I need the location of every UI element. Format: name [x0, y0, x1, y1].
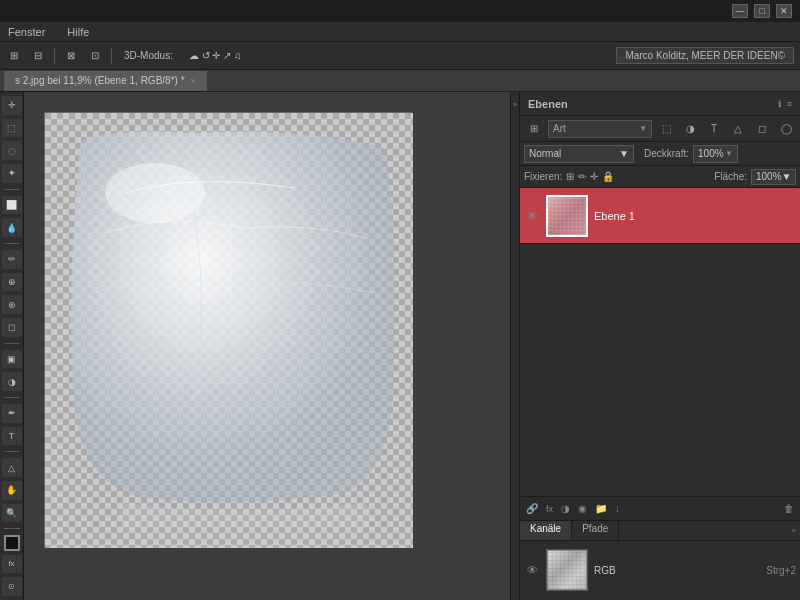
- search-text: Art: [553, 123, 566, 134]
- fill-value-text: 100%: [756, 171, 782, 182]
- mask-icon[interactable]: ◑: [561, 503, 570, 514]
- maximize-button[interactable]: □: [754, 4, 770, 18]
- title-bar: — □ ✕: [0, 0, 800, 22]
- tool-separator-1: [4, 189, 20, 190]
- left-toolbar: ✛ ⬚ ◌ ✦ ⬜ 💧 ✏ ⊕ ⊛ ◻ ▣ ◑ ✒ T △ ✋ 🔍 fx ⊙: [0, 92, 24, 600]
- fix-brush-icon[interactable]: ✏: [578, 171, 586, 182]
- panel-toolbar: ⊞ Art ▼ ⬚ ◑ T △ ◻ ◯: [520, 116, 800, 142]
- 3d-mode-label: 3D-Modus:: [120, 48, 177, 63]
- link-icon[interactable]: 🔗: [526, 503, 538, 514]
- filter-type-btn[interactable]: ⊞: [524, 119, 544, 139]
- filter-text-btn[interactable]: T: [704, 119, 724, 139]
- channel-thumbnail: [546, 549, 588, 591]
- text-tool[interactable]: T: [2, 427, 22, 446]
- opacity-input[interactable]: 100% ▼: [693, 145, 738, 163]
- sub-panel-expand[interactable]: »: [792, 526, 796, 535]
- menu-bar: Fenster Hilfe: [0, 22, 800, 42]
- tool-option-4: ⊡: [87, 48, 103, 63]
- history-tool[interactable]: ⊛: [2, 295, 22, 314]
- layer-search[interactable]: Art ▼: [548, 120, 652, 138]
- delete-layer-icon[interactable]: 🗑: [784, 503, 794, 514]
- magic-tool[interactable]: ✦: [2, 164, 22, 183]
- select-tool[interactable]: ⬚: [2, 119, 22, 138]
- close-button[interactable]: ✕: [776, 4, 792, 18]
- move-tool[interactable]: ✛: [2, 96, 22, 115]
- filter-smart-btn[interactable]: ◻: [752, 119, 772, 139]
- crop-tool[interactable]: ⬜: [2, 196, 22, 215]
- fx-tool[interactable]: fx: [2, 555, 22, 574]
- separator-2: [111, 48, 112, 64]
- layer-row-1[interactable]: 👁 Ebene 1: [520, 188, 800, 244]
- adjustment-icon[interactable]: ◉: [578, 503, 587, 514]
- tool-separator-2: [4, 243, 20, 244]
- hand-tool[interactable]: ✋: [2, 481, 22, 500]
- foreground-color[interactable]: [4, 535, 20, 550]
- tool-separator-3: [4, 343, 20, 344]
- separator-1: [54, 48, 55, 64]
- filter-shape-btn[interactable]: △: [728, 119, 748, 139]
- options-bar: ⊞ ⊟ ⊠ ⊡ 3D-Modus: ☁ ↺ ✛ ↗ ♫ Marco Koldit…: [0, 42, 800, 70]
- zoom-tool[interactable]: 🔍: [2, 504, 22, 523]
- brush-tool[interactable]: ✏: [2, 250, 22, 269]
- channel-row-rgb[interactable]: 👁 RGB Strg+2: [524, 549, 796, 591]
- collapse-icon: »: [513, 100, 517, 109]
- fill-arrow: ▼: [782, 171, 792, 182]
- gradient-tool[interactable]: ▣: [2, 350, 22, 369]
- layer-visibility-toggle[interactable]: 👁: [524, 208, 540, 224]
- fill-input[interactable]: 100% ▼: [751, 169, 796, 185]
- pen-tool[interactable]: ✒: [2, 404, 22, 423]
- blend-mode-dropdown[interactable]: Normal ▼: [524, 145, 634, 163]
- panel-menu-icon[interactable]: ≡: [787, 99, 792, 109]
- fix-lock-icon[interactable]: 🔒: [602, 171, 614, 182]
- new-layer-icon[interactable]: ↓: [615, 503, 620, 514]
- minimize-button[interactable]: —: [732, 4, 748, 18]
- shape-tool[interactable]: △: [2, 458, 22, 477]
- ice-cube-svg: [45, 113, 413, 548]
- panel-info-icon[interactable]: ℹ: [778, 99, 781, 109]
- tool-option-2: ⊟: [30, 48, 46, 63]
- tab-close-button[interactable]: ×: [191, 76, 196, 86]
- fix-move-icon[interactable]: ✛: [590, 171, 598, 182]
- sub-panel-content: 👁 RGB Strg+2: [520, 541, 800, 599]
- fx-icon[interactable]: fx: [546, 504, 553, 514]
- clone-tool[interactable]: ⊕: [2, 273, 22, 292]
- layer-thumb-pattern: [548, 197, 586, 235]
- lasso-tool[interactable]: ◌: [2, 141, 22, 160]
- eyedrop-tool[interactable]: 💧: [2, 218, 22, 237]
- 3d-icons: ☁ ↺ ✛ ↗ ♫: [185, 48, 246, 63]
- layer-name: Ebene 1: [594, 210, 796, 222]
- layer-thumb-content: [548, 197, 586, 235]
- channel-name: RGB: [594, 565, 760, 576]
- layer-options: Normal ▼ Deckkraft: 100% ▼: [520, 142, 800, 166]
- menu-hilfe[interactable]: Hilfe: [63, 24, 93, 40]
- filter-adjust-btn[interactable]: ◑: [680, 119, 700, 139]
- eraser-tool[interactable]: ◻: [2, 318, 22, 337]
- group-icon[interactable]: 📁: [595, 503, 607, 514]
- collapse-panel[interactable]: »: [510, 92, 520, 600]
- tool-option-1: ⊞: [6, 48, 22, 63]
- filter-toggle-btn[interactable]: ◯: [776, 119, 796, 139]
- profile-area: Marco Kolditz, MEER DER IDEEN©: [616, 47, 794, 64]
- document-tab[interactable]: s 2.jpg bei 11,9% (Ebene 1, RGB/8*) * ×: [4, 71, 207, 91]
- tab-label: s 2.jpg bei 11,9% (Ebene 1, RGB/8*) *: [15, 75, 185, 86]
- blend-mode-arrow: ▼: [619, 148, 629, 159]
- svg-point-5: [105, 163, 205, 223]
- fix-label: Fixieren:: [524, 171, 562, 182]
- tab-paths[interactable]: Pfade: [572, 521, 619, 540]
- window-controls[interactable]: — □ ✕: [732, 4, 792, 18]
- opacity-label: Deckkraft:: [644, 148, 689, 159]
- fix-transparency-icon[interactable]: ⊞: [566, 171, 574, 182]
- panel-bottom-toolbar: 🔗 fx ◑ ◉ 📁 ↓ 🗑: [520, 496, 800, 520]
- mask-tool[interactable]: ⊙: [2, 577, 22, 596]
- channel-visibility-icon[interactable]: 👁: [524, 562, 540, 578]
- filter-pixel-btn[interactable]: ⬚: [656, 119, 676, 139]
- tool-separator-6: [4, 528, 20, 529]
- tab-channels[interactable]: Kanäle: [520, 521, 572, 540]
- search-arrow: ▼: [639, 124, 647, 133]
- layers-list: 👁 Ebene 1: [520, 188, 800, 496]
- fix-row: Fixieren: ⊞ ✏ ✛ 🔒 Fläche: 100% ▼: [520, 166, 800, 188]
- opacity-value-text: 100%: [698, 148, 724, 159]
- menu-fenster[interactable]: Fenster: [4, 24, 49, 40]
- canvas-wrapper: [44, 112, 412, 547]
- dodge-tool[interactable]: ◑: [2, 372, 22, 391]
